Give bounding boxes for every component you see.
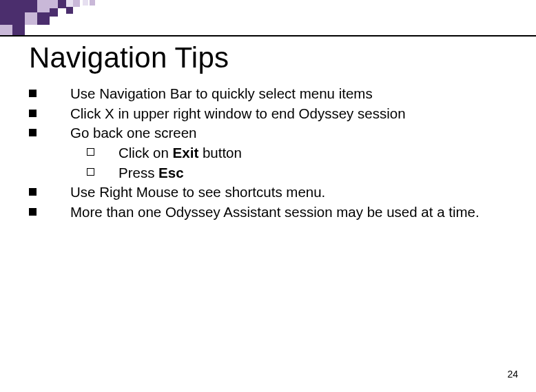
bullet-item: More than one Odyssey Assistant session … bbox=[29, 203, 511, 223]
bullet-item: Go back one screen Click on Exit button … bbox=[29, 123, 511, 183]
bullet-text: Go back one screen bbox=[70, 125, 196, 141]
sub-bold: Esc bbox=[158, 165, 183, 180]
page-number: 24 bbox=[507, 369, 518, 380]
sub-text: Click on bbox=[118, 145, 173, 161]
sub-bold: Exit bbox=[173, 145, 199, 161]
slide-title: Navigation Tips bbox=[29, 41, 229, 74]
bullet-item: Use Right Mouse to see shortcuts menu. bbox=[29, 183, 511, 203]
sub-text: button bbox=[198, 145, 242, 161]
bullet-item: Click X in upper right window to end Ody… bbox=[29, 104, 511, 124]
corner-motif bbox=[0, 0, 110, 36]
slide-body: Use Navigation Bar to quickly select men… bbox=[29, 84, 511, 223]
sub-bullet-item: Press Esc bbox=[87, 163, 511, 183]
sub-bullet-item: Click on Exit button bbox=[87, 143, 511, 163]
sub-text: Press bbox=[118, 165, 158, 180]
bullet-item: Use Navigation Bar to quickly select men… bbox=[29, 84, 511, 104]
header-rule bbox=[0, 35, 536, 37]
